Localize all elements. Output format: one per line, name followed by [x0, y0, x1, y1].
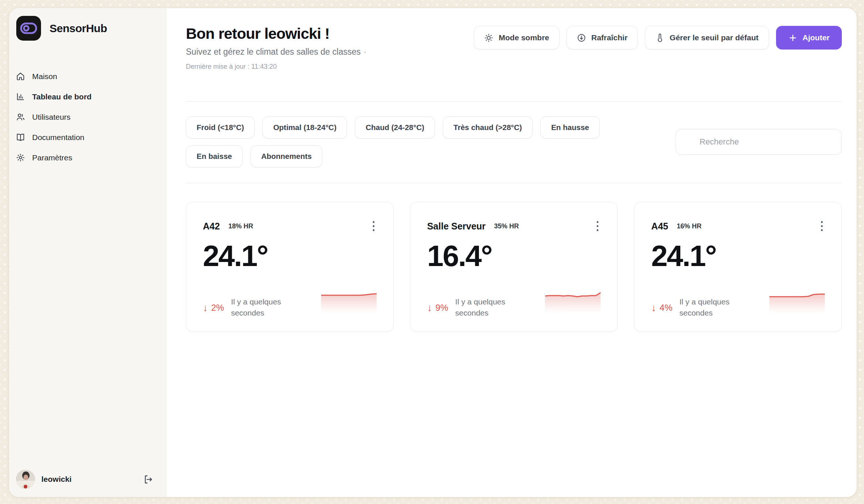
chip-froid[interactable]: Froid (<18°C): [186, 116, 255, 139]
updated-label: Il y a quelques secondes: [455, 296, 521, 320]
arrow-down-icon: ↓: [203, 303, 208, 313]
add-button[interactable]: Ajouter: [776, 26, 842, 50]
card-header: A42 18% HR: [203, 219, 377, 233]
filter-chips: Froid (<18°C) Optimal (18-24°C) Chaud (2…: [186, 116, 652, 167]
user-name: leowicki: [41, 475, 72, 484]
updated-label: Il y a quelques secondes: [680, 296, 745, 320]
search-input[interactable]: [676, 129, 842, 155]
avatar[interactable]: [16, 470, 35, 489]
filter-section: Froid (<18°C) Optimal (18-24°C) Chaud (2…: [186, 116, 842, 167]
user-row: leowicki: [16, 470, 153, 491]
trend-delta: ↓ 9%: [427, 303, 448, 320]
humidity-value: 18% HR: [228, 222, 253, 230]
delta-value: 2%: [211, 303, 224, 313]
logout-button[interactable]: [143, 474, 153, 484]
divider: [186, 101, 842, 102]
card-menu-button[interactable]: [819, 219, 825, 233]
updated-label: Il y a quelques secondes: [231, 296, 297, 320]
arrow-down-icon: ↓: [651, 303, 656, 313]
sidebar-item-tableau-de-bord[interactable]: Tableau de bord: [16, 86, 153, 107]
chip-en-baisse[interactable]: En baisse: [186, 145, 243, 167]
kebab-menu-icon: [820, 221, 823, 232]
plus-icon: [788, 33, 797, 42]
sensor-name: A45: [651, 221, 668, 232]
manage-threshold-button[interactable]: Gérer le seuil par défaut: [645, 26, 769, 50]
trend-delta: ↓ 4%: [651, 303, 672, 320]
sidebar-item-label: Utilisateurs: [32, 113, 71, 122]
users-icon: [16, 112, 25, 122]
header-actions: Mode sombre Rafraîchir Gérer le seuil pa…: [474, 25, 842, 50]
sidebar-item-label: Documentation: [32, 133, 84, 142]
page-title: Bon retour leowicki !: [186, 25, 367, 42]
gear-icon: [16, 153, 25, 162]
sparkline-chart: [545, 291, 601, 315]
logout-icon: [143, 474, 153, 484]
sun-icon: [484, 33, 493, 42]
book-icon: [16, 133, 25, 142]
app-title: SensorHub: [50, 22, 107, 35]
app-window: SensorHub Maison Tableau de bord Utilisa…: [9, 8, 857, 497]
main-content: Bon retour leowicki ! Suivez et gérez le…: [166, 8, 857, 497]
thermometer-icon: [655, 33, 664, 42]
sparkline-chart: [321, 291, 377, 315]
sensor-name: Salle Serveur: [427, 221, 486, 232]
delta-value: 9%: [435, 303, 448, 313]
temperature-value: 24.1°: [651, 242, 825, 270]
subtitle-dot: ·: [364, 47, 367, 57]
home-icon: [16, 72, 25, 81]
sidebar-item-documentation[interactable]: Documentation: [16, 127, 153, 147]
chip-chaud[interactable]: Chaud (24-28°C): [355, 116, 435, 139]
page-subtitle: Suivez et gérez le climat des salles de …: [186, 47, 367, 57]
sidebar-item-maison[interactable]: Maison: [16, 66, 153, 86]
card-header: A45 16% HR: [651, 219, 825, 233]
sidebar-nav: Maison Tableau de bord Utilisateurs Docu…: [16, 66, 153, 168]
sidebar-item-parametres[interactable]: Paramètres: [16, 147, 153, 168]
sensor-cards: A42 18% HR 24.1° ↓ 2% Il y a quelques se…: [186, 202, 842, 332]
sidebar-item-utilisateurs[interactable]: Utilisateurs: [16, 107, 153, 127]
sidebar-item-label: Tableau de bord: [32, 92, 92, 101]
app-logo: [16, 16, 41, 41]
humidity-value: 16% HR: [677, 222, 701, 230]
bar-chart-icon: [16, 92, 25, 101]
card-menu-button[interactable]: [371, 219, 377, 233]
header-titles: Bon retour leowicki ! Suivez et gérez le…: [186, 25, 367, 71]
brand: SensorHub: [16, 16, 153, 41]
humidity-value: 35% HR: [494, 222, 519, 230]
chip-en-hausse[interactable]: En hausse: [540, 116, 600, 139]
card-footer: ↓ 4% Il y a quelques secondes: [651, 291, 825, 320]
arrow-down-icon: ↓: [427, 303, 432, 313]
sensor-card-salle-serveur[interactable]: Salle Serveur 35% HR 16.4° ↓ 9% Il y a q…: [410, 202, 618, 332]
refresh-button[interactable]: Rafraîchir: [567, 26, 638, 50]
card-menu-button[interactable]: [595, 219, 601, 233]
sidebar: SensorHub Maison Tableau de bord Utilisa…: [9, 8, 166, 497]
sensor-card-a45[interactable]: A45 16% HR 24.1° ↓ 4% Il y a quelques se…: [634, 202, 842, 332]
sensor-name: A42: [203, 221, 220, 232]
divider: [186, 183, 842, 183]
sparkline-chart: [769, 291, 825, 315]
trend-delta: ↓ 2%: [203, 303, 224, 320]
card-footer: ↓ 9% Il y a quelques secondes: [427, 291, 601, 320]
temperature-value: 24.1°: [203, 242, 377, 270]
dark-mode-button[interactable]: Mode sombre: [474, 26, 559, 50]
kebab-menu-icon: [596, 221, 599, 232]
sensor-card-a42[interactable]: A42 18% HR 24.1° ↓ 2% Il y a quelques se…: [186, 202, 394, 332]
sidebar-item-label: Maison: [32, 72, 57, 81]
refresh-icon: [577, 33, 586, 42]
last-update: Dernière mise à jour : 11:43:20: [186, 63, 367, 71]
kebab-menu-icon: [372, 221, 375, 232]
card-footer: ↓ 2% Il y a quelques secondes: [203, 291, 377, 320]
sidebar-item-label: Paramètres: [32, 153, 72, 162]
chip-optimal[interactable]: Optimal (18-24°C): [262, 116, 347, 139]
chip-abonnements[interactable]: Abonnements: [251, 145, 323, 167]
chip-tres-chaud[interactable]: Très chaud (>28°C): [443, 116, 533, 139]
temperature-value: 16.4°: [427, 242, 601, 270]
card-header: Salle Serveur 35% HR: [427, 219, 601, 233]
header: Bon retour leowicki ! Suivez et gérez le…: [186, 25, 842, 71]
delta-value: 4%: [660, 303, 673, 313]
